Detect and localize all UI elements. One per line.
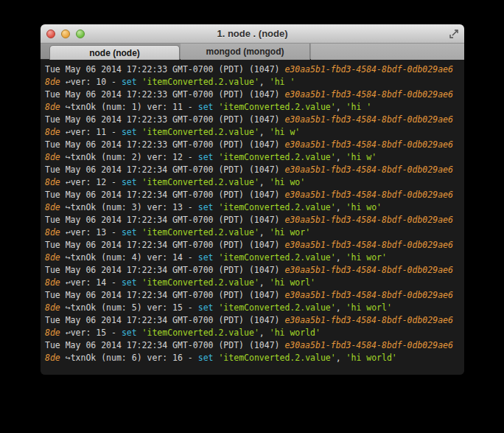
terminal-line: Tue May 06 2014 17:22:34 GMT-0700 (PDT) … bbox=[45, 164, 464, 176]
log-string: 'itemConverted.2.value' bbox=[142, 328, 259, 338]
log-text: , bbox=[259, 328, 270, 338]
log-text: Tue May 06 2014 17:22:33 GMT-0700 (PDT) … bbox=[45, 89, 284, 100]
terminal-content[interactable]: Tue May 06 2014 17:22:33 GMT-0700 (PDT) … bbox=[41, 60, 464, 375]
terminal-line: Tue May 06 2014 17:22:34 GMT-0700 (PDT) … bbox=[45, 214, 464, 226]
log-text: ↩ver: 13 - bbox=[66, 227, 122, 238]
log-string: 'hi w' bbox=[346, 152, 377, 162]
log-uuid: e30aa5b1-fbd3-4584-8bdf-0db029ae6 bbox=[284, 164, 452, 175]
log-text: ↪txnOk (num: 5) ver: 15 - bbox=[66, 302, 198, 313]
terminal-line: 8de ↪txnOk (num: 6) ver: 16 - set 'itemC… bbox=[45, 352, 464, 364]
log-uuid: e30aa5b1-fbd3-4584-8bdf-0db029ae6 bbox=[284, 190, 452, 200]
traffic-lights bbox=[46, 30, 85, 38]
log-uuid: e30aa5b1-fbd3-4584-8bdf-0db029ae6 bbox=[284, 290, 452, 300]
tab-mongod[interactable]: mongod (mongod) bbox=[181, 44, 310, 60]
log-keyword: set bbox=[122, 277, 137, 288]
log-text: , bbox=[259, 227, 270, 238]
log-text: Tue May 06 2014 17:22:34 GMT-0700 (PDT) … bbox=[45, 240, 284, 250]
terminal-line: Tue May 06 2014 17:22:33 GMT-0700 (PDT) … bbox=[45, 63, 464, 76]
log-text: , bbox=[259, 177, 270, 187]
terminal-line: Tue May 06 2014 17:22:34 GMT-0700 (PDT) … bbox=[45, 339, 464, 352]
log-uuid: 8de bbox=[45, 328, 66, 338]
tab-bar: node (node) mongod (mongod) bbox=[41, 44, 464, 60]
expand-diagonal-arrows-icon[interactable] bbox=[448, 28, 460, 40]
terminal-line: 8de ↪txnOk (num: 4) ver: 14 - set 'itemC… bbox=[45, 252, 464, 264]
log-uuid: 8de bbox=[45, 102, 66, 112]
log-text: ↩ver: 10 - bbox=[66, 77, 122, 87]
minimize-button[interactable] bbox=[61, 30, 70, 38]
terminal-line: Tue May 06 2014 17:22:34 GMT-0700 (PDT) … bbox=[45, 239, 464, 252]
log-uuid: 8de bbox=[45, 353, 66, 363]
log-string: 'itemConverted.2.value' bbox=[142, 127, 259, 137]
terminal-line: 8de ↩ver: 11 - set 'itemConverted.2.valu… bbox=[45, 126, 464, 139]
log-keyword: set bbox=[198, 152, 214, 162]
log-uuid: e30aa5b1-fbd3-4584-8bdf-0db029ae6 bbox=[284, 240, 452, 250]
terminal-line: Tue May 06 2014 17:22:34 GMT-0700 (PDT) … bbox=[45, 314, 464, 327]
log-keyword: set bbox=[198, 353, 214, 363]
terminal-line: Tue May 06 2014 17:22:33 GMT-0700 (PDT) … bbox=[45, 139, 464, 151]
log-text: Tue May 06 2014 17:22:34 GMT-0700 (PDT) … bbox=[45, 265, 284, 275]
log-string: 'itemConverted.2.value' bbox=[142, 177, 259, 187]
log-string: 'hi world' bbox=[270, 328, 321, 338]
log-text: , bbox=[336, 102, 346, 112]
close-button[interactable] bbox=[46, 30, 55, 38]
tab-node[interactable]: node (node) bbox=[49, 45, 180, 60]
log-string: 'itemConverted.2.value' bbox=[218, 152, 335, 162]
log-string: 'hi worl' bbox=[346, 302, 392, 313]
log-text: ↩ver: 14 - bbox=[66, 277, 122, 288]
log-string: 'hi ' bbox=[270, 77, 295, 87]
terminal-line: 8de ↪txnOk (num: 5) ver: 15 - set 'itemC… bbox=[45, 302, 464, 314]
log-string: 'itemConverted.2.value' bbox=[218, 202, 335, 212]
log-text bbox=[137, 328, 142, 338]
log-string: 'itemConverted.2.value' bbox=[218, 302, 335, 313]
log-string: 'hi wor' bbox=[270, 227, 310, 238]
log-uuid: 8de bbox=[45, 252, 66, 263]
terminal-line: 8de ↪txnOk (num: 1) ver: 11 - set 'itemC… bbox=[45, 101, 464, 114]
log-uuid: 8de bbox=[45, 227, 66, 238]
terminal-line: 8de ↩ver: 13 - set 'itemConverted.2.valu… bbox=[45, 226, 464, 239]
log-text: , bbox=[336, 152, 346, 162]
log-text bbox=[137, 177, 142, 187]
log-text: , bbox=[259, 127, 270, 137]
log-text bbox=[137, 127, 142, 137]
log-text: Tue May 06 2014 17:22:34 GMT-0700 (PDT) … bbox=[45, 215, 284, 225]
terminal-line: 8de ↩ver: 14 - set 'itemConverted.2.valu… bbox=[45, 277, 464, 289]
log-string: 'hi w' bbox=[270, 127, 301, 137]
log-uuid: e30aa5b1-fbd3-4584-8bdf-0db029ae6 bbox=[284, 265, 452, 275]
log-uuid: e30aa5b1-fbd3-4584-8bdf-0db029ae6 bbox=[284, 315, 452, 325]
log-uuid: 8de bbox=[45, 302, 66, 313]
log-text: Tue May 06 2014 17:22:33 GMT-0700 (PDT) … bbox=[45, 139, 284, 150]
log-uuid: 8de bbox=[45, 152, 66, 162]
log-text: , bbox=[259, 77, 270, 87]
log-text: Tue May 06 2014 17:22:33 GMT-0700 (PDT) … bbox=[45, 114, 284, 125]
log-string: 'itemConverted.2.value' bbox=[142, 277, 259, 288]
log-text: Tue May 06 2014 17:22:34 GMT-0700 (PDT) … bbox=[45, 315, 284, 325]
zoom-button[interactable] bbox=[76, 30, 85, 38]
terminal-line: Tue May 06 2014 17:22:34 GMT-0700 (PDT) … bbox=[45, 289, 464, 302]
prompt-line bbox=[45, 364, 464, 375]
log-string: 'hi wo' bbox=[270, 177, 305, 187]
log-string: 'itemConverted.2.value' bbox=[142, 227, 259, 238]
terminal-line: Tue May 06 2014 17:22:34 GMT-0700 (PDT) … bbox=[45, 264, 464, 277]
log-text: ↪txnOk (num: 2) ver: 12 - bbox=[66, 152, 198, 162]
title-bar[interactable]: 1. node . (node) bbox=[41, 24, 464, 44]
terminal-line: 8de ↩ver: 10 - set 'itemConverted.2.valu… bbox=[45, 76, 464, 89]
terminal-line: 8de ↪txnOk (num: 2) ver: 12 - set 'itemC… bbox=[45, 151, 464, 164]
log-string: 'hi wor' bbox=[346, 252, 387, 263]
log-string: 'itemConverted.2.value' bbox=[218, 353, 335, 363]
log-keyword: set bbox=[122, 328, 137, 338]
log-keyword: set bbox=[198, 202, 214, 212]
terminal-output: Tue May 06 2014 17:22:33 GMT-0700 (PDT) … bbox=[45, 63, 464, 364]
tab-bar-filler bbox=[311, 44, 464, 60]
log-uuid: 8de bbox=[45, 177, 66, 187]
log-text: ↩ver: 15 - bbox=[66, 328, 122, 338]
log-keyword: set bbox=[122, 127, 137, 137]
log-text: Tue May 06 2014 17:22:34 GMT-0700 (PDT) … bbox=[45, 290, 284, 300]
log-text: Tue May 06 2014 17:22:34 GMT-0700 (PDT) … bbox=[45, 340, 284, 350]
log-keyword: set bbox=[198, 102, 214, 112]
log-string: 'hi worl' bbox=[270, 277, 315, 288]
log-text: , bbox=[336, 252, 346, 263]
log-string: 'itemConverted.2.value' bbox=[218, 102, 335, 112]
log-string: 'itemConverted.2.value' bbox=[142, 77, 259, 87]
log-uuid: 8de bbox=[45, 127, 66, 137]
terminal-line: Tue May 06 2014 17:22:33 GMT-0700 (PDT) … bbox=[45, 114, 464, 126]
